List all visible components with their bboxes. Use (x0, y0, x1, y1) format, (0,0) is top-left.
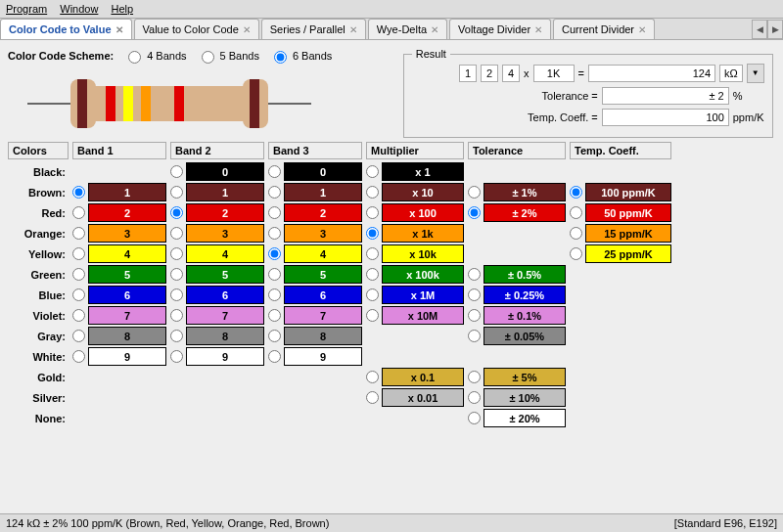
tempcoeff-option[interactable] (570, 161, 671, 182)
tempcoeff-option[interactable]: 50 ppm/K (570, 202, 671, 223)
band-option[interactable]: 8 (170, 326, 264, 346)
close-icon[interactable]: ✕ (349, 24, 357, 35)
band-option[interactable]: 5 (170, 264, 264, 285)
tab-1[interactable]: Value to Color Code✕ (134, 19, 259, 39)
band-option[interactable]: 8 (72, 326, 166, 346)
multiplier-option[interactable]: x 100 (366, 202, 464, 223)
multiplier-option[interactable]: x 10 (366, 182, 464, 202)
tolerance-option[interactable]: ± 0.25% (468, 285, 566, 305)
band-option[interactable]: 5 (72, 264, 166, 285)
close-icon[interactable]: ✕ (638, 24, 646, 35)
band-option[interactable]: 9 (72, 346, 166, 367)
tolerance-option[interactable]: ± 1% (468, 182, 566, 202)
tolerance-option[interactable]: ± 0.5% (468, 264, 566, 285)
tab-5[interactable]: Current Divider✕ (553, 19, 655, 39)
band-option[interactable]: 7 (72, 305, 166, 326)
close-icon[interactable]: ✕ (534, 24, 542, 35)
multiplier-option[interactable] (366, 408, 464, 428)
tolerance-option[interactable] (468, 346, 566, 367)
tolerance-option[interactable] (468, 223, 566, 244)
result-multiplier: 1K (533, 65, 575, 82)
tempcoeff-unit: ppm/K (733, 111, 764, 123)
band-option[interactable]: 9 (170, 346, 264, 367)
menu-program[interactable]: Program (6, 3, 47, 15)
multiplier-option[interactable] (366, 326, 464, 346)
result-panel: Result 1 2 4 x 1K = 124 kΩ ▼ Tolerance =… (403, 48, 774, 138)
tab-scroll-left[interactable]: ◀ (752, 20, 767, 39)
band-option[interactable]: 2 (268, 202, 362, 223)
multiplier-option[interactable] (366, 346, 464, 367)
scheme-4bands[interactable]: 4 Bands (123, 48, 186, 64)
tempcoeff-value: 100 (602, 109, 729, 126)
tempcoeff-option[interactable]: 25 ppm/K (570, 244, 671, 264)
band-option[interactable]: 2 (72, 202, 166, 223)
band-option[interactable]: 9 (268, 346, 362, 367)
color-label: Silver: (8, 387, 69, 408)
tempcoeff-label: Temp. Coeff. = (528, 111, 598, 123)
band-option[interactable]: 6 (268, 285, 362, 305)
result-unit: kΩ (719, 65, 743, 82)
close-icon[interactable]: ✕ (243, 24, 251, 35)
tab-4[interactable]: Voltage Divider✕ (449, 19, 551, 39)
band-option[interactable] (72, 161, 166, 182)
scheme-6bands[interactable]: 6 Bands (269, 48, 332, 64)
color-label: Yellow: (8, 244, 69, 264)
band-option[interactable]: 2 (170, 202, 264, 223)
band-option[interactable]: 6 (170, 285, 264, 305)
color-label: Blue: (8, 285, 69, 305)
band-option[interactable]: 8 (268, 326, 362, 346)
tolerance-option[interactable]: ± 5% (468, 367, 566, 387)
menu-help[interactable]: Help (111, 3, 133, 15)
tab-3[interactable]: Wye-Delta✕ (368, 19, 447, 39)
band-option[interactable]: 1 (268, 182, 362, 202)
band-option[interactable]: 0 (268, 161, 362, 182)
color-label: Brown: (8, 182, 69, 202)
multiplier-option[interactable]: x 100k (366, 264, 464, 285)
band-option[interactable]: 7 (170, 305, 264, 326)
tolerance-option[interactable]: ± 0.1% (468, 305, 566, 326)
color-label: None: (8, 408, 69, 428)
unit-dropdown[interactable]: ▼ (747, 64, 764, 83)
result-digit-1: 1 (459, 65, 477, 82)
tolerance-option[interactable]: ± 0.05% (468, 326, 566, 346)
menubar: Program Window Help (0, 0, 783, 19)
result-value: 124 (588, 65, 715, 82)
color-label: Black: (8, 161, 69, 182)
status-right: [Standard E96, E192] (674, 517, 777, 529)
band-option[interactable]: 4 (268, 244, 362, 264)
tolerance-option[interactable] (468, 244, 566, 264)
band-option[interactable]: 1 (170, 182, 264, 202)
band-option[interactable]: 1 (72, 182, 166, 202)
tabbar: Color Code to Value✕Value to Color Code✕… (0, 19, 783, 40)
band-option[interactable]: 3 (268, 223, 362, 244)
scheme-5bands[interactable]: 5 Bands (197, 48, 259, 64)
tempcoeff-option[interactable]: 100 ppm/K (570, 182, 671, 202)
multiplier-option[interactable]: x 1M (366, 285, 464, 305)
band-option[interactable]: 4 (72, 244, 166, 264)
close-icon[interactable]: ✕ (115, 24, 123, 35)
tab-0[interactable]: Color Code to Value✕ (0, 19, 132, 39)
band-option[interactable]: 0 (170, 161, 264, 182)
close-icon[interactable]: ✕ (431, 24, 438, 35)
band-option[interactable]: 5 (268, 264, 362, 285)
color-label: Gray: (8, 326, 69, 346)
multiplier-option[interactable]: x 1k (366, 223, 464, 244)
band-option[interactable]: 7 (268, 305, 362, 326)
band-option[interactable]: 3 (72, 223, 166, 244)
multiplier-option[interactable]: x 10M (366, 305, 464, 326)
tolerance-option[interactable]: ± 10% (468, 387, 566, 408)
tolerance-option[interactable] (468, 161, 566, 182)
tab-scroll-right[interactable]: ▶ (767, 20, 783, 39)
multiplier-option[interactable]: x 0.01 (366, 387, 464, 408)
tolerance-option[interactable]: ± 2% (468, 202, 566, 223)
tab-2[interactable]: Series / Parallel✕ (261, 19, 366, 39)
band-option[interactable]: 6 (72, 285, 166, 305)
multiplier-option[interactable]: x 0.1 (366, 367, 464, 387)
menu-window[interactable]: Window (60, 3, 98, 15)
multiplier-option[interactable]: x 10k (366, 244, 464, 264)
band-option[interactable]: 4 (170, 244, 264, 264)
tolerance-option[interactable]: ± 20% (468, 408, 566, 428)
tempcoeff-option[interactable]: 15 ppm/K (570, 223, 671, 244)
band-option[interactable]: 3 (170, 223, 264, 244)
multiplier-option[interactable]: x 1 (366, 161, 464, 182)
